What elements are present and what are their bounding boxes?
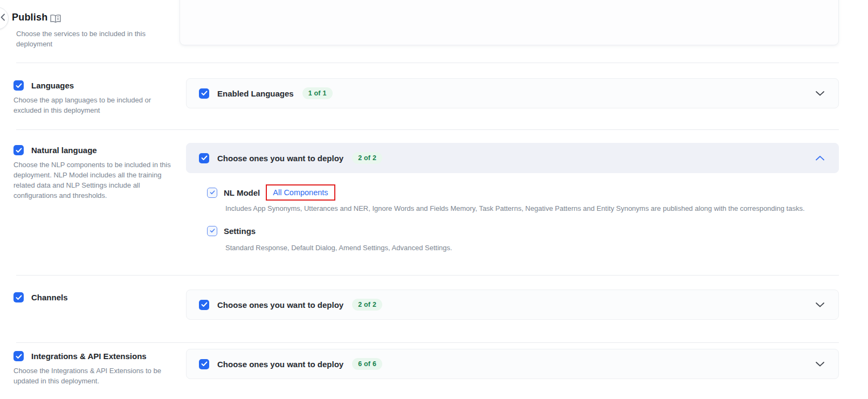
enabled-languages-panel[interactable]: Enabled Languages 1 of 1 <box>186 78 839 108</box>
nl-model-description: Includes App Synonyms, Utterances and NE… <box>225 204 835 212</box>
settings-checkbox[interactable] <box>207 226 217 236</box>
channels-deploy-label: Choose ones you want to deploy <box>217 300 343 309</box>
integrations-deploy-checkbox[interactable] <box>199 359 209 369</box>
integrations-title: Integrations & API Extensions <box>31 352 147 361</box>
nl-model-label: NL Model <box>224 188 260 197</box>
section-divider <box>16 129 839 130</box>
chevron-up-icon[interactable] <box>816 156 824 161</box>
enabled-languages-label: Enabled Languages <box>217 89 294 98</box>
settings-row: Settings <box>207 225 256 236</box>
section-languages: Languages <box>13 80 74 91</box>
all-components-link[interactable]: All Components <box>273 188 328 197</box>
services-panel-partial <box>180 0 839 45</box>
nl-model-checkbox[interactable] <box>207 188 217 198</box>
channels-deploy-checkbox[interactable] <box>199 300 209 310</box>
natural-language-title: Natural language <box>31 146 97 155</box>
section-divider <box>16 63 839 63</box>
settings-description: Standard Response, Default Dialog, Amend… <box>225 244 835 252</box>
services-description: Choose the services to be included in th… <box>16 29 155 49</box>
nl-model-row: NL Model All Components <box>207 183 335 202</box>
section-divider <box>16 342 839 343</box>
integrations-count-badge: 6 of 6 <box>352 358 382 370</box>
integrations-deploy-label: Choose ones you want to deploy <box>217 360 343 369</box>
chevron-down-icon[interactable] <box>816 302 824 307</box>
natural-language-description: Choose the NLP components to be included… <box>13 160 183 201</box>
natural-language-checkbox[interactable] <box>13 145 24 155</box>
integrations-deploy-panel[interactable]: Choose ones you want to deploy 6 of 6 <box>186 349 839 379</box>
chevron-down-icon[interactable] <box>816 91 824 96</box>
enabled-languages-checkbox[interactable] <box>199 88 209 99</box>
back-button[interactable] <box>0 7 9 30</box>
nlp-count-badge: 2 of 2 <box>352 152 382 164</box>
chevron-left-icon <box>1 13 5 23</box>
languages-checkbox[interactable] <box>13 80 24 91</box>
documentation-book-icon[interactable] <box>50 14 61 26</box>
section-integrations: Integrations & API Extensions <box>13 351 147 361</box>
annotation-red-box: All Components <box>266 184 335 201</box>
channels-count-badge: 2 of 2 <box>352 299 382 311</box>
section-channels: Channels <box>13 292 68 302</box>
integrations-description: Choose the Integrations & API Extensions… <box>13 366 175 386</box>
channels-title: Channels <box>31 293 68 302</box>
section-divider <box>16 275 839 276</box>
settings-label: Settings <box>224 226 256 236</box>
publish-page: Publish Choose the services to be includ… <box>0 0 868 399</box>
section-natural-language: Natural language <box>13 145 97 155</box>
nlp-deploy-checkbox[interactable] <box>199 153 209 163</box>
nlp-deploy-panel[interactable]: Choose ones you want to deploy 2 of 2 <box>186 143 839 173</box>
page-title: Publish <box>12 12 47 23</box>
channels-checkbox[interactable] <box>13 292 24 302</box>
languages-title: Languages <box>31 81 74 90</box>
languages-count-badge: 1 of 1 <box>302 87 333 99</box>
chevron-down-icon[interactable] <box>816 362 824 367</box>
nlp-deploy-label: Choose ones you want to deploy <box>217 154 343 163</box>
languages-description: Choose the app languages to be included … <box>13 95 171 115</box>
channels-deploy-panel[interactable]: Choose ones you want to deploy 2 of 2 <box>186 290 839 320</box>
integrations-checkbox[interactable] <box>13 351 24 361</box>
